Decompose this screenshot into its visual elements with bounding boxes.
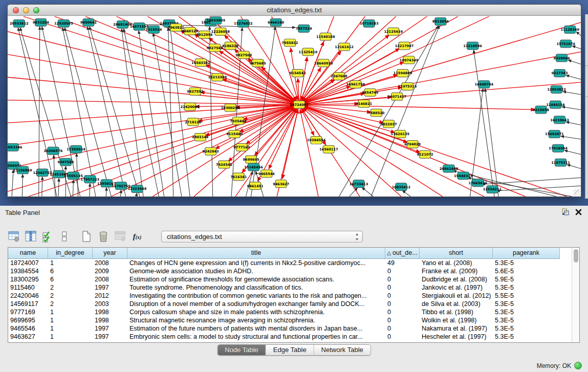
cell-short[interactable]: Dudbridge et al. (2008) xyxy=(420,275,493,283)
graph-node[interactable]: 11325419 xyxy=(299,48,318,56)
graph-node[interactable]: 12125439 xyxy=(384,28,403,35)
table-row[interactable]: 911546021997Tourette syndrome. Phenomeno… xyxy=(8,283,572,292)
cell-year[interactable]: 2012 xyxy=(93,292,127,300)
table-row[interactable]: 1830029562008Estimation of significance … xyxy=(8,275,572,283)
graph-node[interactable]: 9827552 xyxy=(187,87,203,95)
graph-node[interactable]: 6794028 xyxy=(404,140,421,148)
cell-out_de[interactable]: 0 xyxy=(385,300,420,308)
column-header-in_degree[interactable]: in_degree xyxy=(48,248,93,259)
cell-pagerank[interactable]: 5.3E-5 xyxy=(493,324,560,333)
graph-node[interactable]: 8912954 xyxy=(196,31,212,38)
table-row[interactable]: 2242004622012Investigating the contribut… xyxy=(8,292,572,300)
scrollbar-thumb[interactable] xyxy=(574,249,578,262)
table-selector-dropdown[interactable]: citations_edges.txt▲▼ xyxy=(161,231,363,243)
graph-node[interactable]: 20053346 xyxy=(8,143,23,151)
graph-node[interactable]: 14569117 xyxy=(319,145,338,153)
minimize-traffic-light-icon[interactable] xyxy=(23,7,29,13)
cell-out_de[interactable]: 0 xyxy=(385,275,420,283)
cell-in_degree[interactable]: 6 xyxy=(48,275,93,283)
column-header-pagerank[interactable]: pagerank xyxy=(493,248,560,259)
graph-node[interactable]: 11548108 xyxy=(316,33,335,40)
graph-node[interactable]: 7515524 xyxy=(145,26,162,33)
cell-in_degree[interactable]: 1 xyxy=(48,324,93,333)
graph-node[interactable]: 16210643 xyxy=(550,116,569,124)
graph-node[interactable]: 8454749 xyxy=(362,89,378,96)
graph-node[interactable]: 9827508 xyxy=(235,51,252,59)
graph-node[interactable]: 7857224 xyxy=(296,25,312,32)
cell-in_degree[interactable]: 2 xyxy=(48,283,93,292)
cell-pagerank[interactable]: 5.3E-5 xyxy=(493,283,560,292)
graph-node[interactable]: 12323448 xyxy=(128,185,147,193)
cell-out_de[interactable]: 0 xyxy=(385,292,420,300)
cell-in_degree[interactable]: 6 xyxy=(48,267,93,275)
graph-node[interactable]: 18640910 xyxy=(314,59,333,67)
cell-short[interactable]: Yano et al. (2008) xyxy=(420,259,493,267)
graph-node[interactable]: 17957223 xyxy=(81,176,100,183)
graph-node[interactable]: 8186328 xyxy=(222,42,238,50)
graph-node[interactable]: 8813054 xyxy=(432,17,449,25)
graph-node[interactable]: 2718126 xyxy=(185,118,201,126)
graph-node[interactable]: 8215958 xyxy=(533,106,549,114)
graph-node[interactable]: 9465546 xyxy=(258,170,275,178)
network-canvas[interactable]: 2055381298312041292050394504422069140624… xyxy=(8,16,581,196)
table-settings-icon[interactable] xyxy=(7,229,21,244)
cell-short[interactable]: Franke et al. (2009) xyxy=(420,267,493,275)
graph-node[interactable]: 2803144 xyxy=(192,134,208,141)
cell-out_de[interactable]: 0 xyxy=(385,324,420,333)
graph-node[interactable]: 9822037 xyxy=(381,120,397,128)
cell-title[interactable]: Genome-wide association studies in ADHD. xyxy=(127,267,385,275)
column-header-year[interactable]: year xyxy=(93,248,127,259)
cell-short[interactable]: Jankovic et al. (1997) xyxy=(420,283,493,292)
cell-year[interactable]: 2009 xyxy=(93,267,127,275)
cell-pagerank[interactable]: 5.3E-5 xyxy=(493,333,560,341)
graph-node[interactable]: 15751074 xyxy=(556,40,575,48)
select-mode-icon[interactable] xyxy=(40,229,55,244)
cell-pagerank[interactable]: 5.3E-5 xyxy=(493,316,560,324)
graph-node[interactable]: 12444154 xyxy=(546,101,565,108)
graph-node[interactable]: 12942757 xyxy=(33,169,52,177)
cell-name[interactable]: 9777169 xyxy=(8,308,48,316)
cell-pagerank[interactable]: 5.5E-5 xyxy=(493,292,560,300)
graph-node[interactable]: 19384554 xyxy=(307,137,326,144)
cell-title[interactable]: Corpus callosum shape and size in male p… xyxy=(127,308,385,316)
function-builder-icon[interactable]: f(x) xyxy=(130,229,144,244)
cell-name[interactable]: 22420046 xyxy=(8,292,48,300)
column-header-short[interactable]: short xyxy=(420,248,493,259)
close-icon[interactable] xyxy=(575,209,582,215)
graph-node[interactable]: 22420046 xyxy=(181,103,200,111)
cell-name[interactable]: 9463627 xyxy=(8,333,48,341)
cell-name[interactable]: 19384554 xyxy=(8,267,48,275)
cell-out_de[interactable]: 0 xyxy=(385,316,420,324)
cell-year[interactable]: 2008 xyxy=(93,275,127,283)
close-traffic-light-icon[interactable] xyxy=(13,7,19,13)
zoom-traffic-light-icon[interactable] xyxy=(33,7,39,13)
cell-pagerank[interactable]: 5.6E-5 xyxy=(493,267,560,275)
cell-title[interactable]: Changes of HCN gene expression and I(f) … xyxy=(127,259,385,267)
cell-in_degree[interactable]: 1 xyxy=(48,259,93,267)
cell-in_degree[interactable]: 1 xyxy=(48,308,93,316)
cell-name[interactable]: 9699695 xyxy=(8,316,48,324)
cell-name[interactable]: 18300295 xyxy=(8,275,48,283)
graph-node[interactable]: 9450442 xyxy=(80,18,97,26)
cell-pagerank[interactable]: 5.3E-5 xyxy=(493,259,560,267)
table-row[interactable]: 946554611997Estimation of the future num… xyxy=(8,324,572,333)
graph-node[interactable]: 9227343 xyxy=(552,70,568,77)
graph-node[interactable]: 9831204 xyxy=(33,18,49,26)
graph-node[interactable]: 10835412 xyxy=(392,183,411,191)
graph-node[interactable]: 6466160 xyxy=(268,18,284,26)
graph-node[interactable]: 12920503 xyxy=(54,19,73,27)
cell-name[interactable]: 9465546 xyxy=(8,324,48,333)
table-row[interactable]: 946362711997Embryonic stem cells: a mode… xyxy=(8,333,572,341)
tab-edge-table[interactable]: Edge Table xyxy=(266,345,314,355)
graph-node[interactable]: 17016504 xyxy=(549,144,568,152)
table-row[interactable]: 1872400712008Changes of HCN gene express… xyxy=(8,259,572,267)
graph-node[interactable]: 12213389 xyxy=(208,74,227,81)
new-table-icon[interactable] xyxy=(79,229,94,244)
cell-out_de[interactable]: 0 xyxy=(385,333,420,341)
graph-node[interactable]: 9329966 xyxy=(554,54,570,62)
cell-year[interactable]: 1997 xyxy=(93,283,127,292)
cell-name[interactable]: 14569117 xyxy=(8,300,48,308)
graph-node[interactable]: 16648784 xyxy=(475,80,494,88)
cell-in_degree[interactable]: 2 xyxy=(48,292,93,300)
cell-title[interactable]: Embryonic stem cells: a model to study s… xyxy=(127,333,385,341)
